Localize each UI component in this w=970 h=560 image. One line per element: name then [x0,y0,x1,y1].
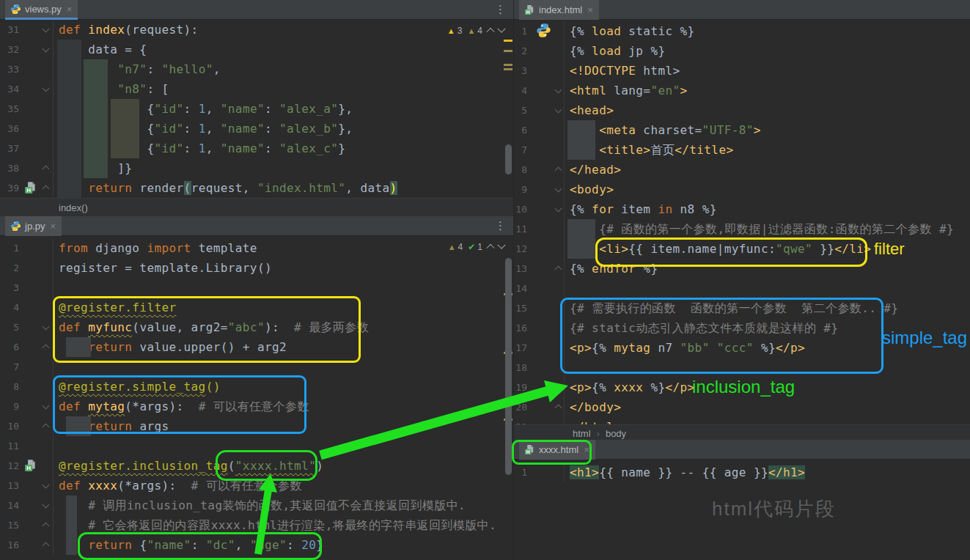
weak-warning-icon[interactable]: ▲ [448,243,456,251]
gutter: 4 [0,298,54,317]
svg-text:H: H [526,10,530,15]
more-options-icon[interactable]: ⋮ [495,3,506,16]
error-stripe-mark [504,40,512,42]
weak-warning-count: 4 [477,26,482,36]
editor-pane-xxxx: H xxxx.html × 1<h1>{{ name }} -- {{ age … [513,440,970,560]
ok-count: 1 [477,242,482,252]
fold-icon[interactable] [43,185,50,193]
line-number: 8 [0,377,19,397]
close-icon[interactable]: × [67,4,73,15]
fold-icon[interactable] [43,424,50,431]
tab-label: views.py [25,4,62,15]
code-editor-xxxx: 1<h1>{{ name }} -- {{ age }}</h1> html代码… [514,460,970,560]
fold-icon[interactable] [43,26,50,33]
tab-index-html[interactable]: H index.html × [519,0,599,20]
tab-xxxx-html[interactable]: H xxxx.html × [519,440,595,460]
inspection-widget: ▲4 ✔1 [448,242,504,252]
no-errors-icon[interactable]: ✔ [468,243,475,251]
fold-icon[interactable] [43,323,50,331]
line-number: 4 [0,298,19,317]
line-number: 12 [514,239,527,259]
code-editor-jp: 1from django import template2register = … [0,236,513,560]
gutter: 14 [0,495,54,515]
line-number: 33 [0,59,19,79]
fold-icon[interactable] [43,85,50,92]
breadcrumb-item[interactable]: body [606,428,626,439]
scrollbar-thumb[interactable] [505,144,512,174]
gutter: 32 [0,40,54,59]
breadcrumb-item[interactable]: index() [59,202,88,213]
code-line: 11 {# 函数的第一个参数,即数据|过滤器函数:函数的第二个参数 #} [514,219,970,239]
line-number: 7 [514,140,527,160]
tab-views-py[interactable]: views.py × [5,0,78,20]
code-text: <!DOCTYPE html> [570,61,680,81]
line-number: 1 [0,238,19,258]
fold-icon[interactable] [43,402,50,410]
line-number: 8 [514,160,527,180]
scrollbar-thumb[interactable] [505,258,512,475]
fold-icon[interactable] [555,86,562,94]
line-number: 4 [514,81,527,100]
code-text: <html lang="en"> [570,81,688,100]
line-number: 32 [0,40,19,59]
gutter: 38 [0,158,54,178]
fold-icon[interactable] [555,185,562,193]
fold-icon[interactable] [43,542,50,550]
editor-pane-index: H index.html × 1{% load static %}2{% loa… [513,0,970,440]
line-number: 2 [0,258,19,278]
code-line: 7 <title>首页</title> [514,140,970,160]
next-issue-icon[interactable] [497,25,505,33]
fold-icon[interactable] [43,501,50,509]
gutter: 8 [0,377,54,397]
fold-icon[interactable] [555,405,562,412]
code-line: 15{# 需要执行的函数 函数的第一个参数 第二个参数.. #} [514,298,970,318]
fold-icon[interactable] [555,266,562,273]
close-icon[interactable]: × [50,221,56,232]
breadcrumb-item[interactable]: html [573,428,591,439]
fold-icon[interactable] [555,106,562,114]
svg-text:H: H [26,187,31,194]
fold-icon[interactable] [43,523,50,530]
editor-pane-views: views.py × ⋮ 31def index(request):32 dat… [0,0,513,216]
code-line: 1<h1>{{ name }} -- {{ age }}</h1> [514,463,970,482]
gutter: 6 [0,337,54,357]
watermark-text: html代码片段 [712,496,836,522]
prev-issue-icon[interactable] [486,28,494,36]
close-icon[interactable]: × [587,4,593,15]
gutter: 3 [514,61,565,81]
code-text: <p>{% mytag n7 "bb" "ccc" %}</p> [570,338,805,358]
code-line: 34 "n8": [ [0,79,513,99]
more-options-icon[interactable]: ⋮ [495,219,506,232]
code-text: {"id": 1, "name": "alex_a"}, [59,99,353,119]
error-stripe-mark [504,68,512,70]
fold-icon[interactable] [43,345,50,352]
fold-icon[interactable] [555,167,562,174]
code-text: </body> [570,397,621,417]
code-text: {% load static %} [570,21,695,41]
tab-bar: H index.html × [514,0,970,20]
code-text: # 调用inclusion_tag装饰的函数,其返回值不会直接返回到模版中. [59,495,466,515]
code-line: 38 ]} [0,158,513,178]
gutter: 7 [0,357,54,377]
fold-icon[interactable] [43,45,50,53]
code-line: 36 {"id": 1, "name": "alex_b"}, [0,119,513,139]
code-text: {# 函数的第一个参数,即数据|过滤器函数:函数的第二个参数 #} [570,219,954,239]
line-number: 1 [514,463,527,482]
gutter: 9 [514,180,565,199]
gutter: 12H [0,456,54,476]
weak-warning-icon[interactable]: ▲ [467,27,475,35]
code-text: @register.simple_tag() [59,377,221,397]
gutter: 7 [514,140,565,160]
fold-icon[interactable] [555,205,562,213]
code-line: 12H@register.inclusion_tag("xxxx.html") [0,456,513,476]
warning-icon[interactable]: ▲ [447,27,455,35]
next-issue-icon[interactable] [497,241,505,249]
prev-issue-icon[interactable] [486,244,494,252]
code-text: def index(request): [59,20,199,40]
fold-icon[interactable] [43,482,50,489]
code-text: <h1>{{ name }} -- {{ age }}</h1> [570,463,805,482]
close-icon[interactable]: × [584,444,589,455]
code-line: 4@register.filter [0,298,513,317]
fold-icon[interactable] [43,166,50,173]
tab-jp-py[interactable]: jp.py × [5,216,62,236]
